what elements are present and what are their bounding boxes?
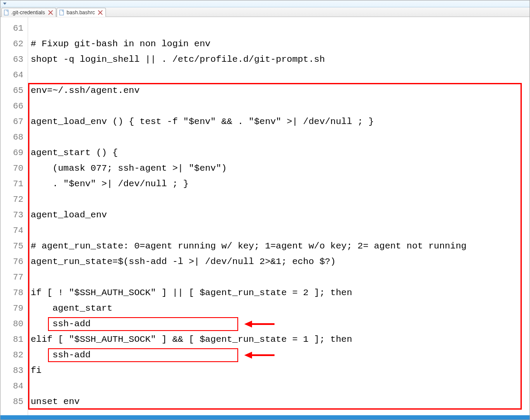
line-number: 78: [0, 285, 28, 301]
line-number: 83: [0, 363, 28, 379]
bottom-highlight-bar: [0, 415, 530, 420]
code-line[interactable]: [28, 21, 530, 36]
code-line[interactable]: [28, 379, 530, 394]
line-number: 63: [0, 52, 28, 67]
code-line[interactable]: agent_load_env: [28, 207, 530, 223]
code-line[interactable]: [28, 99, 530, 114]
code-line[interactable]: # Fixup git-bash in non login env: [28, 36, 530, 52]
line-number: 74: [0, 223, 28, 239]
line-number: 73: [0, 207, 28, 223]
code-editor[interactable]: 6162636465666768697071727374757677787980…: [0, 17, 530, 415]
file-icon: [3, 10, 10, 16]
line-number: 72: [0, 192, 28, 207]
line-number-gutter: 6162636465666768697071727374757677787980…: [0, 17, 28, 415]
line-number: 79: [0, 301, 28, 316]
tab-label: bash.bashrc: [67, 10, 95, 16]
line-number: 76: [0, 254, 28, 270]
code-line[interactable]: elif [ "$SSH_AUTH_SOCK" ] && [ $agent_ru…: [28, 332, 530, 347]
code-line[interactable]: agent_run_state=$(ssh-add -l >| /dev/nul…: [28, 254, 530, 270]
line-number: 71: [0, 176, 28, 192]
code-line[interactable]: env=~/.ssh/agent.env: [28, 83, 530, 99]
code-line[interactable]: ssh-add: [28, 347, 530, 363]
code-line[interactable]: [28, 67, 530, 83]
tab-git-credentials[interactable]: .git-credentials: [1, 8, 56, 17]
close-icon[interactable]: [98, 10, 103, 15]
line-number: 61: [0, 21, 28, 36]
code-line[interactable]: shopt -q login_shell || . /etc/profile.d…: [28, 52, 530, 67]
line-number: 75: [0, 239, 28, 254]
code-line[interactable]: (umask 077; ssh-agent >| "$env"): [28, 161, 530, 176]
line-number: 69: [0, 145, 28, 161]
line-number: 67: [0, 114, 28, 130]
code-line[interactable]: agent_start: [28, 301, 530, 316]
code-line[interactable]: [28, 192, 530, 207]
code-line[interactable]: agent_load_env () { test -f "$env" && . …: [28, 114, 530, 130]
tab-bar: .git-credentials bash.bashrc: [0, 7, 530, 17]
line-number: 84: [0, 379, 28, 394]
close-icon[interactable]: [48, 10, 53, 15]
toolbar-strip: [0, 0, 530, 7]
code-line[interactable]: # agent_run_state: 0=agent running w/ ke…: [28, 239, 530, 254]
code-line[interactable]: [28, 223, 530, 239]
svg-rect-0: [4, 10, 8, 15]
file-icon: [59, 10, 65, 16]
code-line[interactable]: agent_start () {: [28, 145, 530, 161]
line-number: 70: [0, 161, 28, 176]
line-number: 66: [0, 99, 28, 114]
code-line[interactable]: if [ ! "$SSH_AUTH_SOCK" ] || [ $agent_ru…: [28, 285, 530, 301]
code-line[interactable]: ssh-add: [28, 316, 530, 332]
code-line[interactable]: [28, 270, 530, 285]
code-line[interactable]: fi: [28, 363, 530, 379]
editor-window: .git-credentials bash.bashrc 61626364656…: [0, 0, 530, 420]
line-number: 64: [0, 67, 28, 83]
tab-bash-bashrc[interactable]: bash.bashrc: [57, 8, 106, 17]
code-line[interactable]: . "$env" >| /dev/null ; }: [28, 176, 530, 192]
svg-rect-3: [60, 10, 64, 15]
tab-label: .git-credentials: [11, 10, 45, 16]
line-number: 77: [0, 270, 28, 285]
code-line[interactable]: [28, 130, 530, 145]
dropdown-arrow-icon[interactable]: [3, 3, 6, 5]
line-number: 80: [0, 316, 28, 332]
line-number: 81: [0, 332, 28, 347]
line-number: 85: [0, 394, 28, 410]
line-number: 65: [0, 83, 28, 99]
code-line[interactable]: unset env: [28, 394, 530, 410]
line-number: 82: [0, 347, 28, 363]
code-content[interactable]: # Fixup git-bash in non login envshopt -…: [28, 17, 530, 415]
line-number: 62: [0, 36, 28, 52]
line-number: 68: [0, 130, 28, 145]
